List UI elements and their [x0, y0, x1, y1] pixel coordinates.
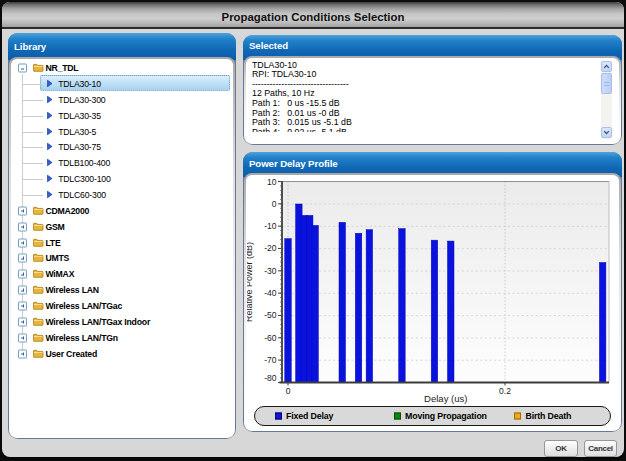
svg-text:0: 0: [286, 386, 291, 396]
svg-text:-30: -30: [264, 266, 277, 276]
svg-text:-20: -20: [264, 243, 277, 253]
svg-text:Relative Power (dB): Relative Power (dB): [247, 242, 254, 322]
svg-text:10: 10: [267, 177, 277, 187]
svg-text:Delay (us): Delay (us): [424, 393, 467, 404]
svg-text:0.2: 0.2: [499, 386, 511, 396]
svg-text:-50: -50: [264, 310, 277, 320]
svg-text:-10: -10: [264, 221, 277, 231]
svg-text:-40: -40: [264, 288, 277, 298]
svg-text:0: 0: [272, 199, 277, 209]
svg-text:-80: -80: [264, 373, 277, 383]
svg-text:-70: -70: [264, 355, 277, 365]
svg-text:-60: -60: [264, 333, 277, 343]
